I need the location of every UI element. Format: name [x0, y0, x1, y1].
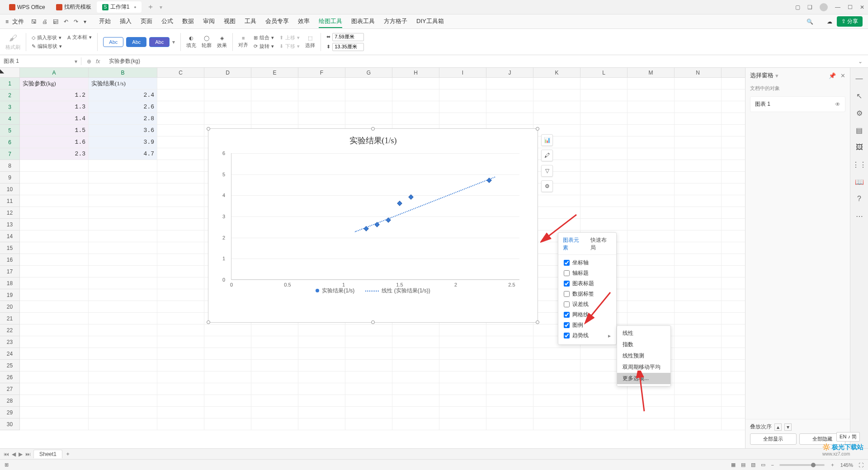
- cell-A3[interactable]: 1.3: [20, 101, 89, 113]
- cell-A29[interactable]: [20, 407, 89, 418]
- view-reading-icon[interactable]: ▭: [761, 462, 765, 468]
- cell-D25[interactable]: [204, 360, 251, 371]
- cell-A1[interactable]: 实验参数(kg): [20, 78, 89, 89]
- cell-B19[interactable]: [89, 289, 157, 301]
- style-more[interactable]: ▾: [172, 39, 175, 45]
- menu-tab-12[interactable]: 方方格子: [384, 15, 407, 28]
- cell-K26[interactable]: [533, 371, 580, 383]
- cell-D4[interactable]: [204, 113, 251, 124]
- cell-N27[interactable]: [675, 383, 722, 395]
- col-header-F[interactable]: F: [298, 68, 345, 77]
- cell-N1[interactable]: [675, 78, 722, 89]
- menu-tab-1[interactable]: 插入: [120, 15, 132, 28]
- row-header-1[interactable]: 1: [0, 78, 20, 89]
- row-header-24[interactable]: 24: [0, 348, 20, 360]
- cell-I25[interactable]: [439, 360, 486, 371]
- cell-K30[interactable]: [533, 418, 580, 430]
- cell-L11[interactable]: [580, 195, 627, 207]
- cell-H3[interactable]: [392, 101, 439, 113]
- cell-C28[interactable]: [157, 395, 204, 406]
- menu-tab-0[interactable]: 开始: [99, 15, 111, 28]
- cell-C12[interactable]: [157, 207, 204, 218]
- cell-B25[interactable]: [89, 360, 157, 371]
- view-normal-icon[interactable]: ▦: [731, 462, 736, 468]
- cell-N7[interactable]: [675, 148, 722, 160]
- cell-L9[interactable]: [580, 172, 627, 183]
- sheet-tab-1[interactable]: Sheet1: [33, 450, 62, 458]
- cell-A6[interactable]: 1.6: [20, 136, 89, 148]
- cell-N15[interactable]: [675, 242, 722, 254]
- cell-D3[interactable]: [204, 101, 251, 113]
- rotate-button[interactable]: ⟳旋转 ▾: [254, 43, 274, 50]
- row-header-5[interactable]: 5: [0, 125, 20, 136]
- cell-K7[interactable]: [533, 148, 580, 160]
- cell-C5[interactable]: [157, 125, 204, 136]
- cell-A17[interactable]: [20, 266, 89, 277]
- cell-B11[interactable]: [89, 195, 157, 207]
- cell-C3[interactable]: [157, 101, 204, 113]
- cloud-icon[interactable]: ☁: [827, 19, 832, 25]
- cell-N24[interactable]: [675, 348, 722, 359]
- cell-I23[interactable]: [439, 336, 486, 348]
- cell-N13[interactable]: [675, 219, 722, 230]
- cell-K24[interactable]: [533, 348, 580, 359]
- cell-J30[interactable]: [486, 418, 533, 430]
- trend-option-4[interactable]: 更多选项...: [617, 373, 670, 384]
- row-header-2[interactable]: 2: [0, 89, 20, 101]
- cell-M5[interactable]: [627, 125, 675, 136]
- row-header-21[interactable]: 21: [0, 313, 20, 324]
- trend-option-3[interactable]: 双周期移动平均: [617, 362, 670, 373]
- cell-B17[interactable]: [89, 266, 157, 277]
- row-header-4[interactable]: 4: [0, 113, 20, 125]
- chart-handle-se[interactable]: [536, 320, 539, 324]
- cell-K27[interactable]: [533, 383, 580, 395]
- chart-title[interactable]: 实验结果(1/s): [208, 129, 538, 149]
- name-box[interactable]: 图表 1 ▾: [0, 57, 81, 65]
- cell-L29[interactable]: [580, 407, 627, 418]
- col-header-A[interactable]: A: [20, 68, 89, 77]
- sheet-nav-prev[interactable]: ◀: [12, 451, 16, 457]
- tab-dropdown[interactable]: ▾: [160, 4, 162, 10]
- style-abc-1[interactable]: Abc: [103, 37, 123, 47]
- width-input[interactable]: [332, 33, 364, 41]
- cell-N28[interactable]: [675, 395, 722, 406]
- sheet-nav-next[interactable]: ▶: [19, 451, 23, 457]
- sidebar-book-icon[interactable]: 📖: [855, 177, 864, 186]
- cell-G26[interactable]: [345, 371, 392, 383]
- cell-F2[interactable]: [298, 89, 345, 101]
- cell-E27[interactable]: [251, 383, 298, 395]
- chart-settings-button[interactable]: ⚙: [541, 180, 553, 192]
- cell-E28[interactable]: [251, 395, 298, 406]
- cell-E2[interactable]: [251, 89, 298, 101]
- popup-tab-layout[interactable]: 快速布局: [590, 236, 612, 252]
- data-point-3[interactable]: [397, 201, 402, 206]
- cell-N20[interactable]: [675, 301, 722, 312]
- cell-J26[interactable]: [486, 371, 533, 383]
- col-header-M[interactable]: M: [627, 68, 675, 77]
- cell-I2[interactable]: [439, 89, 486, 101]
- group-button[interactable]: ⊞组合 ▾: [254, 34, 274, 41]
- cell-A18[interactable]: [20, 277, 89, 289]
- cell-M6[interactable]: [627, 136, 675, 148]
- cell-M30[interactable]: [627, 418, 675, 430]
- cell-B10[interactable]: [89, 183, 157, 195]
- row-header-3[interactable]: 3: [0, 101, 20, 113]
- cell-N21[interactable]: [675, 313, 722, 324]
- cell-F28[interactable]: [298, 395, 345, 406]
- cell-A16[interactable]: [20, 254, 89, 265]
- row-header-26[interactable]: 26: [0, 371, 20, 383]
- cell-F3[interactable]: [298, 101, 345, 113]
- cell-K1[interactable]: [533, 78, 580, 89]
- checkbox-4[interactable]: [564, 301, 570, 307]
- cell-H1[interactable]: [392, 78, 439, 89]
- row-header-8[interactable]: 8: [0, 160, 20, 172]
- cell-B12[interactable]: [89, 207, 157, 218]
- cell-I27[interactable]: [439, 383, 486, 395]
- cell-E23[interactable]: [251, 336, 298, 348]
- cell-J22[interactable]: [486, 324, 533, 336]
- sidebar-cursor-icon[interactable]: ↖: [855, 91, 864, 100]
- cell-B13[interactable]: [89, 219, 157, 230]
- add-sheet-button[interactable]: ＋: [65, 450, 71, 458]
- cell-A23[interactable]: [20, 336, 89, 348]
- cell-K9[interactable]: [533, 172, 580, 183]
